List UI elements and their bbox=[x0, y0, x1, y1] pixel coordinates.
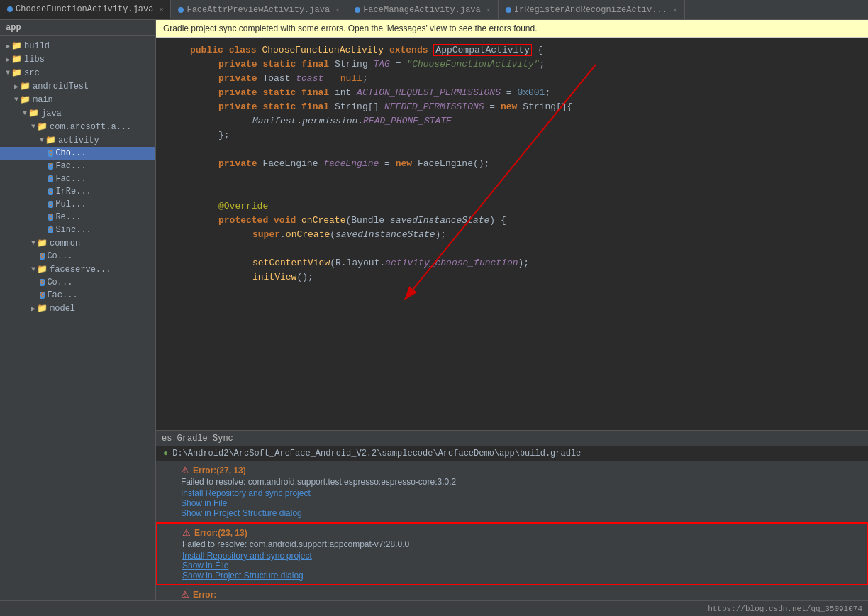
code-editor[interactable]: public class ChooseFunctionActivity exte… bbox=[156, 38, 868, 430]
sidebar-item-build[interactable]: ▶ 📁 build bbox=[0, 39, 155, 53]
folder-icon: 📁 bbox=[37, 238, 48, 248]
show-project-structure-link-2[interactable]: Show in Project Structure dialog bbox=[182, 571, 859, 581]
sidebar-root-label: app bbox=[6, 23, 21, 33]
tab-facemanage[interactable]: FaceManageActivity.java ✕ bbox=[347, 0, 499, 19]
bottom-path: ● D:\Android2\ArcSoft_ArcFace_Android_V2… bbox=[156, 446, 868, 461]
code-line bbox=[156, 171, 868, 185]
tree-label: activity bbox=[58, 136, 99, 145]
folder-icon: 📁 bbox=[37, 264, 48, 275]
sidebar-item-common[interactable]: ▼ 📁 common bbox=[0, 236, 155, 250]
tree-label: build bbox=[24, 41, 50, 51]
tab-close[interactable]: ✕ bbox=[335, 6, 340, 14]
bottom-panel: es Gradle Sync ● D:\Android2\ArcSoft_Arc… bbox=[156, 430, 868, 600]
file-c-icon: C bbox=[48, 201, 53, 208]
folder-icon: 📁 bbox=[28, 108, 39, 119]
code-line: private static final String[] NEEDED_PER… bbox=[156, 100, 868, 114]
tab-close[interactable]: ✕ bbox=[673, 6, 677, 14]
error-icon: ⚠ bbox=[182, 527, 191, 538]
sidebar-item-androidtest[interactable]: ▶ 📁 androidTest bbox=[0, 79, 155, 93]
sidebar-item-activity[interactable]: ▼ 📁 activity bbox=[0, 133, 155, 147]
code-line: private static final String TAG = "Choos… bbox=[156, 57, 868, 72]
line-content: }; bbox=[184, 128, 868, 143]
line-content: @Override bbox=[184, 199, 868, 214]
install-repo-link-1[interactable]: Install Repository and sync project bbox=[181, 488, 861, 498]
sidebar-item-libs[interactable]: ▶ 📁 libs bbox=[0, 53, 155, 66]
tree-label: IrRe... bbox=[55, 187, 91, 197]
show-in-file-link-2[interactable]: Show in File bbox=[182, 561, 859, 571]
line-content: super.onCreate(savedInstanceState); bbox=[184, 228, 868, 242]
line-content: private Toast toast = null; bbox=[184, 72, 868, 86]
show-project-structure-link-1[interactable]: Show in Project Structure dialog bbox=[181, 508, 861, 518]
arrow-icon: ▶ bbox=[31, 304, 35, 313]
code-line: private Toast toast = null; bbox=[156, 72, 868, 86]
file-c-icon: C bbox=[48, 226, 53, 233]
tree-label: com.arcsoft.a... bbox=[50, 122, 131, 132]
line-content bbox=[184, 242, 868, 256]
sidebar-item-co1[interactable]: C Co... bbox=[0, 250, 155, 263]
error-label: Error:(27, 13) bbox=[193, 466, 246, 475]
sidebar-item-faceserve[interactable]: ▼ 📁 faceserve... bbox=[0, 263, 155, 276]
install-repo-link-2[interactable]: Install Repository and sync project bbox=[182, 551, 859, 561]
folder-icon: 📁 bbox=[11, 67, 22, 78]
arrow-icon: ▼ bbox=[6, 69, 10, 77]
tab-label: FaceAttrPreviewActivity.java bbox=[187, 5, 330, 15]
code-line bbox=[156, 143, 868, 157]
tree-label: Co... bbox=[47, 251, 72, 261]
tree-label: common bbox=[50, 238, 80, 248]
bottom-errors-list: ⚠ Error:(27, 13) Failed to resolve: com.… bbox=[156, 461, 868, 600]
sidebar-item-src[interactable]: ▼ 📁 src bbox=[0, 66, 155, 79]
error-label: Error: bbox=[193, 590, 216, 600]
sidebar-item-fac3[interactable]: C Fac... bbox=[0, 289, 155, 302]
tab-choose[interactable]: ChooseFunctionActivity.java ✕ bbox=[0, 0, 171, 19]
error-msg: Failed to resolve: com.android.support:a… bbox=[182, 539, 859, 549]
sidebar-item-main[interactable]: ▼ 📁 main bbox=[0, 93, 155, 106]
tab-faceattr[interactable]: FaceAttrPreviewActivity.java ✕ bbox=[171, 0, 347, 19]
file-c-icon: C bbox=[48, 163, 53, 170]
line-content: private FaceEngine faceEngine = new Face… bbox=[184, 157, 868, 171]
line-content: Manifest.permission.READ_PHONE_STATE bbox=[184, 114, 868, 128]
sidebar-item-face2[interactable]: C Fac... bbox=[0, 172, 155, 185]
code-line: super.onCreate(savedInstanceState); bbox=[156, 228, 868, 242]
sidebar-item-choose[interactable]: C Cho... bbox=[0, 147, 155, 160]
tab-bar: ChooseFunctionActivity.java ✕ FaceAttrPr… bbox=[0, 0, 868, 20]
line-content bbox=[184, 143, 868, 157]
error-msg: Failed to resolve: com.android.support.t… bbox=[181, 477, 861, 487]
line-content: private static final String[] NEEDED_PER… bbox=[184, 100, 868, 114]
code-line: }; bbox=[156, 128, 868, 143]
line-content: setContentView(R.layout.activity_choose_… bbox=[184, 256, 868, 270]
file-c-icon: C bbox=[48, 214, 53, 221]
sidebar-item-com[interactable]: ▼ 📁 com.arcsoft.a... bbox=[0, 120, 155, 133]
tree-label: androidTest bbox=[33, 82, 89, 92]
folder-icon: 📁 bbox=[45, 135, 56, 145]
folder-icon: 📁 bbox=[20, 94, 30, 105]
tree-label: model bbox=[50, 304, 75, 314]
line-content: protected void onCreate(Bundle savedInst… bbox=[184, 214, 868, 228]
line-content: private static final int ACTION_REQUEST_… bbox=[184, 86, 868, 100]
sidebar: app ▶ 📁 build ▶ 📁 libs ▼ 📁 src ▶ 📁 an bbox=[0, 20, 156, 600]
sidebar-item-mul[interactable]: C Mul... bbox=[0, 198, 155, 211]
tree-label: faceserve... bbox=[50, 265, 111, 275]
tab-label: FaceManageActivity.java bbox=[363, 5, 481, 15]
file-c-icon: C bbox=[40, 292, 45, 299]
tab-irregister[interactable]: IrRegisterAndRecognizeActiv... ✕ bbox=[499, 0, 685, 19]
sidebar-item-java[interactable]: ▼ 📁 java bbox=[0, 106, 155, 120]
show-in-file-link-1[interactable]: Show in File bbox=[181, 498, 861, 508]
error-entry-2: ⚠ Error:(23, 13) Failed to resolve: com.… bbox=[156, 522, 868, 585]
sidebar-header: app bbox=[0, 20, 155, 36]
file-c-icon: C bbox=[48, 188, 53, 195]
arrow-icon: ▼ bbox=[14, 96, 18, 104]
sidebar-item-irre[interactable]: C IrRe... bbox=[0, 185, 155, 198]
tab-dot bbox=[178, 7, 184, 13]
error-icon: ⚠ bbox=[181, 465, 189, 475]
green-dot-icon: ● bbox=[163, 449, 168, 458]
tab-label: IrRegisterAndRecognizeActiv... bbox=[514, 5, 667, 15]
folder-icon: 📁 bbox=[37, 121, 48, 132]
sidebar-item-sinc[interactable]: C Sinc... bbox=[0, 224, 155, 236]
tree-label: java bbox=[41, 109, 62, 119]
sidebar-item-model[interactable]: ▶ 📁 model bbox=[0, 302, 155, 315]
sidebar-item-co2[interactable]: C Co... bbox=[0, 276, 155, 289]
tab-close[interactable]: ✕ bbox=[159, 5, 163, 13]
sidebar-item-face1[interactable]: C Fac... bbox=[0, 160, 155, 172]
tab-close[interactable]: ✕ bbox=[486, 6, 491, 14]
sidebar-item-reg[interactable]: C Re... bbox=[0, 211, 155, 224]
